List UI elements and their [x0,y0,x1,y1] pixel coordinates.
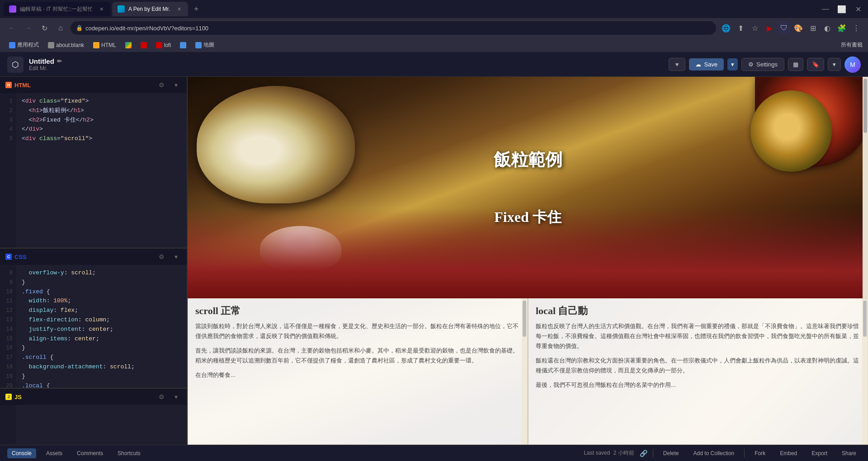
bookmark-map-favicon [195,42,202,48]
save-status-label: Last saved [584,450,610,456]
tab-2[interactable]: A Pen by Edit Mr. ✕ [112,2,188,16]
close-window-button[interactable]: ✕ [852,3,864,15]
bookmarks-bar: 應用程式 about:blank HTML lofi 地圖 所有書籤 [0,38,868,52]
bookmark-map-icon[interactable] [176,41,190,49]
back-button[interactable]: ← [5,22,18,34]
js-code-content[interactable] [16,405,187,445]
minimize-button[interactable]: — [819,3,832,15]
layout-button[interactable]: ▦ [788,58,803,71]
shortcuts-tab[interactable]: Shortcuts [113,448,145,458]
settings-label: Settings [756,61,778,68]
html-code-area[interactable]: 1 2 3 4 5 <div class="fixed"> <h1>飯粒範例</… [0,93,187,248]
home-button[interactable]: ⌂ [54,22,67,34]
translate-button[interactable]: 🌐 [720,22,732,34]
address-bar[interactable]: 🔒 codepen.io/edit-mr/pen/rNodVbV?editors… [71,21,716,35]
share-nav-button[interactable]: ⬆ [734,22,747,34]
html-line-4: </div> [22,125,181,134]
js-badge: J JS [5,394,22,400]
embed-button[interactable]: Embed [775,448,802,458]
bookmark-vpn-icon [141,42,147,48]
save-dropdown-button[interactable]: ▾ [727,58,738,71]
comments-tab[interactable]: Comments [72,448,108,458]
css-code-area[interactable]: 891011 12131415 16171819 20212223 24 ove… [0,265,187,388]
bookmark-vpn[interactable] [137,41,151,49]
tab-1[interactable]: 編輯草稿 - iT 邦幫忙::一起幫忙… ✕ [4,2,110,16]
tab-bar: 編輯草稿 - iT 邦幫忙::一起幫忙… ✕ A Pen by Edit Mr.… [0,0,868,18]
css-settings-button[interactable]: ⚙ [156,251,167,262]
export-button[interactable]: Export [807,448,832,458]
html-line-3: <h2>Fixed 卡住</h2> [22,116,181,125]
bookmark-blank-label: about:blank [56,42,84,48]
bookmark-map-label: 地圖 [203,41,214,49]
settings-button[interactable]: ⚙ Settings [741,58,784,71]
ext-2[interactable]: 🎨 [792,22,805,34]
html-collapse-button[interactable]: ▾ [170,80,181,90]
tab-1-close[interactable]: ✕ [98,5,105,13]
css-code-content[interactable]: overflow-y: scroll; } .fixed { width: 10… [16,265,187,388]
bookmark-map[interactable]: 地圖 [192,40,218,50]
share-button[interactable]: Share [837,448,861,458]
ext-4[interactable]: ◐ [821,22,834,34]
preview-bottom: scroll 正常 當談到飯粒時，對於台灣人來說，這不僅僅是一種糧食，更是文化、… [188,298,868,445]
css-line-19: } [22,372,181,381]
js-collapse-button[interactable]: ▾ [170,391,181,402]
bookmark-google[interactable] [122,41,135,49]
bookmark-apps-label: 應用程式 [17,41,39,49]
js-code-area[interactable] [0,405,187,445]
html-settings-button[interactable]: ⚙ [156,80,167,90]
heart-icon: ♥ [675,61,679,68]
maximize-button[interactable]: ⬜ [835,3,848,15]
refresh-button[interactable]: ↻ [38,22,51,34]
card-scroll-content: scroll 正常 當談到飯粒時，對於台灣人來說，這不僅僅是一種糧食，更是文化、… [188,299,527,380]
bookmark-button[interactable]: 🔖 [807,58,824,71]
address-text: codepen.io/edit-mr/pen/rNodVbV?editors=1… [85,25,208,32]
link-icon[interactable]: 🔗 [640,450,647,457]
cp-footer: Console Assets Comments Shortcuts Last s… [0,445,868,461]
ext-5[interactable]: 🧩 [835,22,848,34]
bookmark-html[interactable]: HTML [90,41,120,49]
js-editor-section: J JS ⚙ ▾ [0,389,187,445]
css-collapse-button[interactable]: ▾ [170,251,181,262]
console-tab[interactable]: Console [7,448,36,458]
bookmark-html-icon [93,42,99,48]
html-editor-header: H HTML ⚙ ▾ [0,77,187,93]
css-line-18: background-attachment: scroll; [22,362,181,372]
bookmark-apps[interactable]: 應用程式 [5,40,42,50]
all-bookmarks-button[interactable]: 所有書籤 [841,41,863,49]
html-lang-label: HTML [14,82,31,89]
more-icon: ▾ [833,61,836,68]
heart-button[interactable]: ♥ [669,58,686,71]
css-editor-header: C CSS ⚙ ▾ [0,249,187,265]
css-line-12: display: flex; [22,306,181,315]
tab-2-label: A Pen by Edit Mr. [128,6,170,12]
bookmark-lofi[interactable]: lofi [152,41,175,49]
ext-1[interactable]: 🛡 [778,22,790,34]
settings-icon: ⚙ [748,61,754,68]
user-avatar[interactable]: M [844,56,861,73]
bookmark-blank-icon [48,42,54,48]
tab-2-close[interactable]: ✕ [175,5,183,13]
fork-button[interactable]: Fork [750,448,770,458]
css-line-8: overflow-y: scroll; [22,268,181,278]
cp-main: H HTML ⚙ ▾ 1 2 3 4 5 <d [0,77,868,445]
preview-top-scrollbar[interactable] [863,77,868,298]
html-code-content[interactable]: <div class="fixed"> <h1>飯粒範例</h1> <h2>Fi… [16,93,187,248]
delete-button[interactable]: Delete [659,448,684,458]
forward-button[interactable]: → [22,22,34,34]
add-collection-button[interactable]: Add to Collection [689,448,739,458]
bookmark-star-button[interactable]: ☆ [749,22,761,34]
js-settings-button[interactable]: ⚙ [156,391,167,402]
pen-title-edit-icon[interactable]: ✏ [57,58,62,65]
nav-actions: 🌐 ⬆ ☆ ▶ 🛡 🎨 ⊞ ◐ 🧩 ⋮ [720,22,863,34]
card-local: local 自己動 飯粒也反映了台灣人的生活方式和價值觀。在台灣，我們有著一個重… [528,298,868,445]
save-button[interactable]: ☁ Save [689,58,724,71]
more-button[interactable]: ▾ [828,58,841,71]
card-scroll-title: scroll 正常 [195,304,520,318]
new-tab-button[interactable]: + [190,3,203,15]
codepen-logo[interactable]: ⬡ [7,56,24,73]
assets-tab[interactable]: Assets [42,448,67,458]
bookmark-about-blank[interactable]: about:blank [44,41,88,49]
css-line-20: .local { [22,381,181,388]
ext-3[interactable]: ⊞ [807,22,819,34]
menu-button[interactable]: ⋮ [850,22,863,34]
